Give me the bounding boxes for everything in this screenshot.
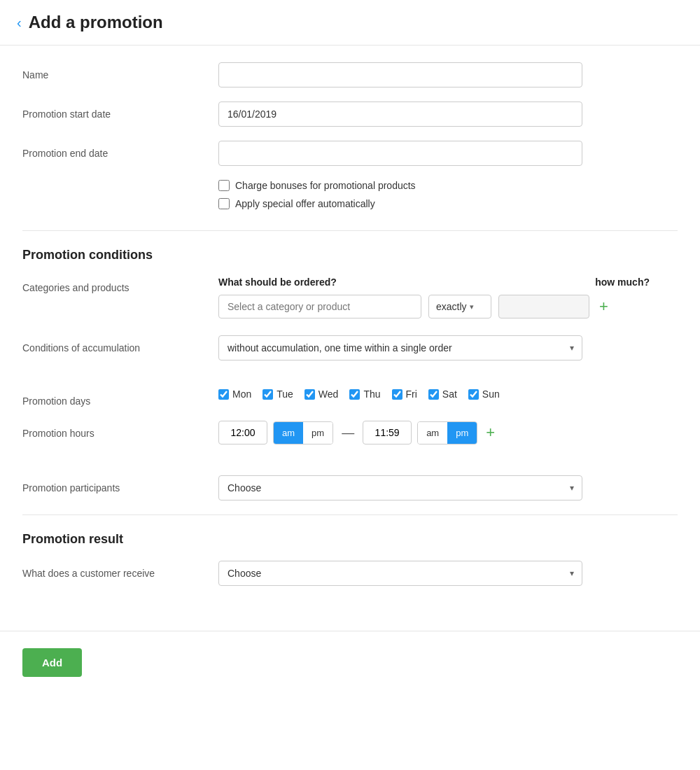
accumulation-select[interactable]: without accumulation, one time within a … <box>218 335 582 360</box>
conditions-input-row: exactly ▾ + <box>218 295 678 318</box>
back-button[interactable]: ‹ <box>17 15 22 31</box>
promotion-days-row: Promotion days Mon Tue Wed Thu <box>22 388 678 407</box>
day-wed[interactable]: Wed <box>304 388 339 400</box>
promotion-hours-row: Promotion hours am pm — am pm + <box>22 421 678 444</box>
bottom-bar: Add <box>0 631 700 688</box>
apply-special-row: Apply special offer automatically <box>218 198 678 209</box>
day-fri-label: Fri <box>406 388 417 400</box>
accumulation-dropdown-wrapper: without accumulation, one time within a … <box>218 335 582 360</box>
day-thu[interactable]: Thu <box>349 388 380 400</box>
accumulation-label: Conditions of accumulation <box>22 335 218 354</box>
promotion-hours-control: am pm — am pm + <box>218 421 678 444</box>
receive-control: Choose ▾ <box>218 561 678 586</box>
receive-label: What does a customer receive <box>22 561 218 579</box>
result-divider <box>22 514 678 515</box>
categories-content: What should be ordered? how much? exactl… <box>218 276 678 318</box>
day-wed-label: Wed <box>318 388 339 400</box>
end-date-control <box>218 141 678 166</box>
add-hours-button[interactable]: + <box>483 424 498 442</box>
add-button[interactable]: Add <box>22 648 82 677</box>
day-thu-label: Thu <box>363 388 380 400</box>
participants-dropdown-wrapper: Choose ▾ <box>218 475 582 500</box>
time-separator-icon: — <box>339 426 357 440</box>
charge-bonuses-checkbox[interactable] <box>218 180 230 191</box>
form-body: Name Promotion start date Promotion end … <box>0 46 700 617</box>
name-label: Name <box>22 62 218 80</box>
how-much-header: how much? <box>595 276 678 288</box>
receive-dropdown-wrapper: Choose ▾ <box>218 561 582 586</box>
apply-special-checkbox[interactable] <box>218 198 230 209</box>
day-fri-checkbox[interactable] <box>392 389 402 400</box>
day-sun[interactable]: Sun <box>468 388 500 400</box>
end-date-input[interactable] <box>218 141 582 166</box>
what-ordered-header: What should be ordered? <box>218 276 337 288</box>
accumulation-row: Conditions of accumulation without accum… <box>22 335 678 360</box>
checkboxes-control: Charge bonuses for promotional products … <box>218 180 678 216</box>
day-sat[interactable]: Sat <box>428 388 457 400</box>
section-divider <box>22 230 678 231</box>
add-condition-button[interactable]: + <box>596 298 611 316</box>
participants-row: Promotion participants Choose ▾ <box>22 475 678 500</box>
receive-row: What does a customer receive Choose ▾ <box>22 561 678 586</box>
start-date-control <box>218 102 678 127</box>
categories-label: Categories and products <box>22 276 218 293</box>
end-date-label: Promotion end date <box>22 141 218 159</box>
day-mon[interactable]: Mon <box>218 388 251 400</box>
day-sat-label: Sat <box>442 388 457 400</box>
receive-select[interactable]: Choose <box>218 561 582 586</box>
day-tue-label: Tue <box>276 388 293 400</box>
day-sun-label: Sun <box>482 388 500 400</box>
hours-row: am pm — am pm + <box>218 421 678 444</box>
end-time-input[interactable] <box>363 421 412 444</box>
charge-bonuses-label: Charge bonuses for promotional products <box>235 180 416 191</box>
conditions-section-title: Promotion conditions <box>22 248 678 262</box>
page-header: ‹ Add a promotion <box>0 0 700 46</box>
start-ampm-group: am pm <box>273 421 333 444</box>
categories-row: Categories and products What should be o… <box>22 276 678 318</box>
start-date-row: Promotion start date <box>22 102 678 127</box>
day-fri[interactable]: Fri <box>392 388 417 400</box>
day-sun-checkbox[interactable] <box>468 389 479 400</box>
promotion-hours-label: Promotion hours <box>22 421 218 439</box>
day-mon-label: Mon <box>232 388 251 400</box>
promotion-days-label: Promotion days <box>22 388 218 407</box>
day-mon-checkbox[interactable] <box>218 389 229 400</box>
day-tue[interactable]: Tue <box>262 388 293 400</box>
name-row: Name <box>22 62 678 88</box>
participants-control: Choose ▾ <box>218 475 678 500</box>
accumulation-control: without accumulation, one time within a … <box>218 335 678 360</box>
page-title: Add a promotion <box>29 13 163 32</box>
charge-bonuses-row: Charge bonuses for promotional products <box>218 180 678 191</box>
quantity-input[interactable] <box>498 295 589 318</box>
days-row: Mon Tue Wed Thu Fri <box>218 388 678 400</box>
name-input[interactable] <box>218 62 582 88</box>
promotion-days-control: Mon Tue Wed Thu Fri <box>218 388 678 400</box>
start-date-input[interactable] <box>218 102 582 127</box>
start-am-button[interactable]: am <box>274 422 303 444</box>
exactly-label: exactly <box>436 301 467 312</box>
end-pm-button[interactable]: pm <box>447 422 477 444</box>
day-wed-checkbox[interactable] <box>304 389 315 400</box>
start-time-input[interactable] <box>218 421 267 444</box>
exactly-select[interactable]: exactly ▾ <box>428 295 491 318</box>
participants-select[interactable]: Choose <box>218 475 582 500</box>
checkboxes-row: Charge bonuses for promotional products … <box>22 180 678 216</box>
conditions-header: What should be ordered? how much? <box>218 276 678 288</box>
day-thu-checkbox[interactable] <box>349 389 360 400</box>
start-date-label: Promotion start date <box>22 102 218 120</box>
exactly-chevron-icon: ▾ <box>470 302 474 312</box>
start-pm-button[interactable]: pm <box>303 422 332 444</box>
end-ampm-group: am pm <box>417 421 477 444</box>
name-control <box>218 62 678 88</box>
category-input[interactable] <box>218 295 421 318</box>
checkboxes-spacer <box>22 180 218 187</box>
end-am-button[interactable]: am <box>418 422 447 444</box>
participants-label: Promotion participants <box>22 475 218 493</box>
day-sat-checkbox[interactable] <box>428 389 439 400</box>
result-section-title: Promotion result <box>22 532 678 547</box>
day-tue-checkbox[interactable] <box>262 389 273 400</box>
apply-special-label: Apply special offer automatically <box>235 198 375 209</box>
end-date-row: Promotion end date <box>22 141 678 166</box>
